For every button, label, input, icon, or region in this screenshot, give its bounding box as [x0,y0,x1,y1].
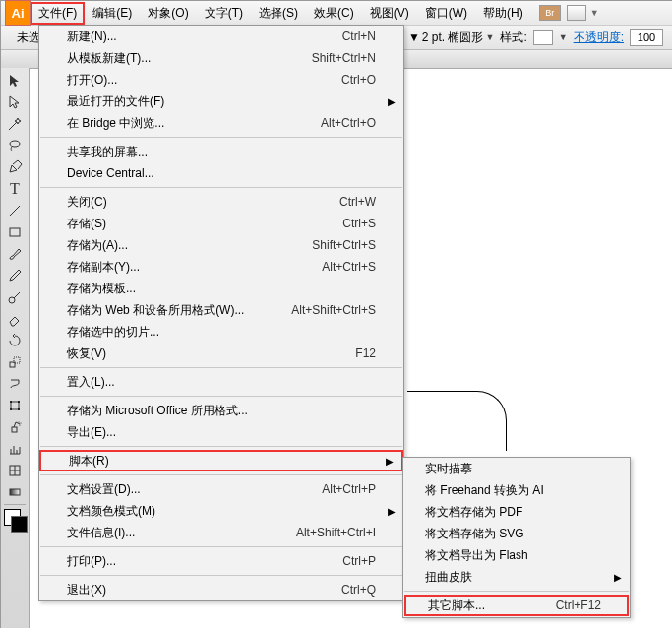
menubar: Ai 文件(F)编辑(E)对象(O)文字(T)选择(S)效果(C)视图(V)窗口… [1,1,672,26]
submenu-item[interactable]: 将文档存储为 SVG [403,523,630,544]
script-submenu: 实时描摹将 Freehand 转换为 AI将文档存储为 PDF将文档存储为 SV… [402,457,631,618]
svg-point-0 [10,141,20,147]
menu-shortcut: F12 [355,346,376,360]
eraser-tool[interactable] [4,308,26,330]
menu-item-label: 文档设置(D)... [67,481,322,498]
line-tool[interactable] [4,200,26,221]
menu-item[interactable]: 恢复(V)F12 [39,343,403,364]
pen-tool[interactable] [4,157,26,178]
opacity-input[interactable] [630,29,663,46]
menu-item[interactable]: 存储为 Web 和设备所用格式(W)...Alt+Shift+Ctrl+S [39,299,403,321]
menu-item[interactable]: 存储为模板... [39,278,403,299]
submenu-item-label: 扭曲皮肤 [425,569,610,586]
menu-item[interactable]: 新建(N)...Ctrl+N [39,26,403,47]
stroke-weight[interactable]: ▼ 2 pt. 椭圆形 ▼ [408,30,495,46]
menu-item[interactable]: 脚本(R)▶ [39,450,403,471]
submenu-arrow-icon: ▶ [388,506,396,517]
menu-item[interactable]: 打印(P)...Ctrl+P [39,550,403,572]
blob-brush-tool[interactable] [4,286,26,308]
magic-wand-tool[interactable] [4,113,26,135]
menu-shortcut: Alt+Ctrl+O [321,116,376,130]
svg-point-7 [10,401,12,403]
menu-item[interactable]: 退出(X)Ctrl+Q [39,579,403,600]
menu-item-label: 存储为模板... [67,281,376,297]
menu-文字[interactable]: 文字(T) [197,2,251,25]
selection-tool[interactable] [4,70,26,92]
gradient-tool[interactable] [4,481,26,503]
menu-item[interactable]: 打开(O)...Ctrl+O [39,69,403,91]
direct-selection-tool[interactable] [4,92,26,113]
menu-item-label: 退出(X) [67,582,341,598]
rotate-tool[interactable] [4,330,26,351]
menu-item[interactable]: 置入(L)... [39,371,403,393]
menu-item-label: 新建(N)... [67,29,342,45]
menu-item[interactable]: 文件信息(I)...Alt+Shift+Ctrl+I [39,522,403,543]
submenu-item-label: 将 Freehand 转换为 AI [425,482,610,499]
menu-item-label: 存储选中的切片... [67,324,376,341]
menu-item[interactable]: Device Central... [39,162,403,184]
graph-tool[interactable] [4,438,26,460]
menu-item[interactable]: 在 Bridge 中浏览...Alt+Ctrl+O [39,112,403,134]
submenu-item[interactable]: 将 Freehand 转换为 AI [403,479,630,501]
menu-item-label: 脚本(R) [69,453,374,470]
fill-stroke-swatches[interactable] [3,508,27,534]
submenu-item[interactable]: 将文档存储为 PDF [403,501,630,523]
opacity-label[interactable]: 不透明度: [574,30,624,46]
menu-shortcut: Ctrl+W [339,195,376,209]
menu-item[interactable]: 存储副本(Y)...Alt+Ctrl+S [39,256,403,278]
selection-label: 未选 [17,30,40,46]
menu-item[interactable]: 最近打开的文件(F)▶ [39,91,403,112]
mesh-tool[interactable] [4,460,26,481]
scale-tool[interactable] [4,351,26,373]
menu-item[interactable]: 存储为 Microsoft Office 所用格式... [39,400,403,421]
submenu-item[interactable]: 将文档导出为 Flash [403,544,630,566]
stroke-weight-value: 2 pt. 椭圆形 [422,30,484,46]
bridge-icon[interactable]: Br [539,5,561,21]
menu-窗口[interactable]: 窗口(W) [417,2,475,25]
menu-效果[interactable]: 效果(C) [306,2,362,25]
menu-选择[interactable]: 选择(S) [251,2,306,25]
pencil-tool[interactable] [4,265,26,286]
type-tool[interactable]: T [4,178,26,200]
submenu-item-label: 其它脚本... [428,597,556,614]
menu-item[interactable]: 存储(S)Ctrl+S [39,213,403,234]
menu-shortcut: Ctrl+P [342,554,376,568]
toolbox: T [1,68,30,628]
app-icon: Ai [5,0,31,26]
symbol-sprayer-tool[interactable] [4,416,26,438]
menu-shortcut: Ctrl+Q [341,583,376,597]
submenu-item[interactable]: 实时描摹 [403,458,630,479]
menu-item-label: 置入(L)... [67,374,376,391]
submenu-arrow-icon: ▶ [386,456,394,467]
menu-item[interactable]: 导出(E)... [39,421,403,443]
style-swatch[interactable] [533,30,553,45]
menu-item-label: 文件信息(I)... [67,525,296,541]
menu-编辑[interactable]: 编辑(E) [85,2,140,25]
rectangle-tool[interactable] [4,221,26,243]
menu-对象[interactable]: 对象(O) [140,2,196,25]
submenu-arrow-icon: ▶ [388,96,396,107]
menu-帮助[interactable]: 帮助(H) [475,2,531,25]
lasso-tool[interactable] [4,135,26,157]
svg-point-12 [19,422,20,423]
menu-item[interactable]: 存储选中的切片... [39,321,403,343]
submenu-item[interactable]: 其它脚本...Ctrl+F12 [404,595,629,616]
free-transform-tool[interactable] [4,395,26,416]
submenu-item[interactable]: 扭曲皮肤▶ [403,566,630,588]
paintbrush-tool[interactable] [4,243,26,265]
menu-item[interactable]: 关闭(C)Ctrl+W [39,191,403,213]
menu-item[interactable]: 文档设置(D)...Alt+Ctrl+P [39,478,403,500]
menu-item[interactable]: 文档颜色模式(M)▶ [39,500,403,522]
menu-item[interactable]: 从模板新建(T)...Shift+Ctrl+N [39,47,403,69]
svg-point-9 [10,408,12,410]
arrange-icon[interactable] [567,5,586,21]
menu-item-label: 打开(O)... [67,72,341,89]
chevron-down-icon[interactable]: ▼ [590,8,599,18]
menu-item-label: 导出(E)... [67,424,376,441]
svg-rect-16 [10,489,20,495]
menu-文件[interactable]: 文件(F) [31,2,85,25]
menu-item[interactable]: 共享我的屏幕... [39,141,403,162]
menu-item[interactable]: 存储为(A)...Shift+Ctrl+S [39,234,403,256]
menu-视图[interactable]: 视图(V) [362,2,417,25]
warp-tool[interactable] [4,373,26,395]
